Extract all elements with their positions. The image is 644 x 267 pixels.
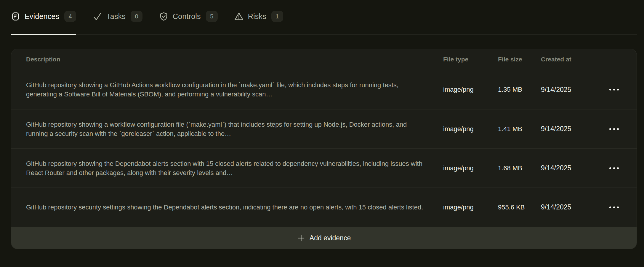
plus-icon (297, 234, 305, 242)
table-row: GitHub repository showing the Dependabot… (11, 148, 637, 187)
table-row: GitHub repository showing a GitHub Actio… (11, 70, 637, 109)
evidence-created-at: 9/14/2025 (541, 86, 591, 94)
ellipsis-icon (609, 206, 619, 208)
ellipsis-icon (609, 167, 619, 169)
column-header-file-size: File size (498, 56, 541, 63)
table-row: GitHub repository showing a workflow con… (11, 109, 637, 148)
tab-risks[interactable]: Risks 1 (234, 11, 283, 34)
evidence-file-type: image/png (443, 85, 498, 94)
shield-check-icon (159, 12, 168, 21)
evidence-table-card: Description File type File size Created … (11, 49, 637, 249)
evidence-file-size: 1.35 MB (498, 85, 541, 94)
column-header-created-at: Created at (541, 56, 591, 63)
add-evidence-button[interactable]: Add evidence (297, 234, 351, 242)
tab-controls-count-badge: 5 (206, 11, 218, 22)
evidence-description: GitHub repository showing a workflow con… (11, 120, 443, 138)
ellipsis-icon (609, 89, 619, 90)
add-evidence-label: Add evidence (310, 234, 351, 242)
warning-triangle-icon (234, 12, 243, 21)
evidence-file-size: 1.68 MB (498, 164, 541, 173)
evidence-description: GitHub repository security settings show… (11, 203, 443, 212)
table-footer: Add evidence (11, 227, 637, 249)
evidence-file-type: image/png (443, 164, 498, 173)
evidences-document-icon (11, 12, 20, 21)
evidences-page: Evidences 4 Tasks 0 Controls 5 (0, 0, 644, 267)
table-row: GitHub repository security settings show… (11, 187, 637, 227)
evidence-description: GitHub repository showing a GitHub Actio… (11, 80, 443, 99)
tab-evidences-count-badge: 4 (64, 11, 76, 22)
tab-controls[interactable]: Controls 5 (159, 11, 218, 34)
row-menu-button[interactable] (606, 125, 622, 134)
column-header-description: Description (11, 56, 443, 63)
evidence-file-type: image/png (443, 203, 498, 212)
evidence-created-at: 9/14/2025 (541, 203, 591, 211)
evidence-created-at: 9/14/2025 (541, 125, 591, 133)
tabs-bar: Evidences 4 Tasks 0 Controls 5 (11, 0, 637, 35)
evidence-created-at: 9/14/2025 (541, 164, 591, 172)
checkmark-icon (93, 12, 102, 21)
row-menu-button[interactable] (606, 203, 622, 212)
tab-risks-count-badge: 1 (271, 11, 283, 22)
tab-tasks-label: Tasks (106, 12, 126, 21)
evidence-description: GitHub repository showing the Dependabot… (11, 159, 443, 177)
row-menu-button[interactable] (606, 85, 622, 94)
column-header-file-type: File type (443, 56, 498, 63)
table-header-row: Description File type File size Created … (11, 49, 637, 70)
tab-evidences[interactable]: Evidences 4 (11, 11, 76, 34)
tab-evidences-label: Evidences (25, 12, 59, 21)
tab-risks-label: Risks (248, 12, 266, 21)
tab-tasks[interactable]: Tasks 0 (93, 11, 142, 34)
evidence-file-size: 955.6 KB (498, 203, 541, 212)
evidence-file-size: 1.41 MB (498, 125, 541, 134)
ellipsis-icon (609, 128, 619, 130)
tab-controls-label: Controls (173, 12, 201, 21)
tab-tasks-count-badge: 0 (131, 11, 142, 22)
evidence-file-type: image/png (443, 125, 498, 134)
row-menu-button[interactable] (606, 164, 622, 173)
